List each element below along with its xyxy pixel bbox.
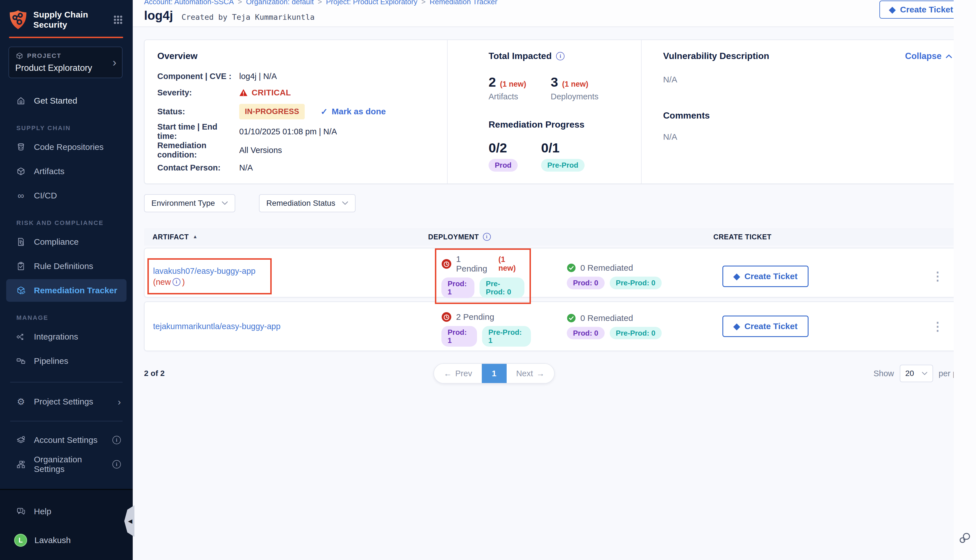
prod-pill: Prod: [489, 159, 518, 172]
preprod-progress-stat: 0/1 Pre-Prod: [541, 140, 594, 172]
sidebar-item-integrations[interactable]: Integrations: [6, 325, 127, 348]
create-ticket-button[interactable]: ◆ Create Ticket: [722, 266, 809, 287]
breadcrumb-project[interactable]: Project: Product Exploratory: [326, 0, 417, 6]
action-cell: ◆ Create Ticket ⋮: [714, 302, 970, 350]
prod-pill: Prod: 1: [441, 326, 477, 347]
sidebar-item-label: Code Repositories: [34, 142, 103, 152]
prev-page-button[interactable]: ← Prev: [434, 364, 482, 383]
annotation-box-pending: 1 Pending (1 new) Prod: 1 Pre-Prod: 0: [435, 248, 531, 304]
page-summary: 2 of 2: [144, 369, 169, 378]
right-gutter: [954, 0, 976, 560]
sidebar-item-pipelines[interactable]: Pipelines: [6, 350, 127, 372]
sidebar-item-help[interactable]: ? Help: [6, 500, 127, 523]
pending-icon: [441, 259, 452, 269]
remediation-status-filter[interactable]: Remediation Status: [259, 194, 355, 212]
artifact-link[interactable]: tejakummarikuntla/easy-buggy-app: [153, 321, 280, 332]
chat-support-icon[interactable]: [958, 531, 971, 544]
project-name: Product Exploratory: [15, 63, 116, 73]
integrations-icon: [16, 332, 26, 342]
sidebar-item-account-settings[interactable]: Account Settings i: [6, 429, 127, 451]
help-chat-icon: ?: [16, 507, 26, 517]
main-content: Account: Automation-SSCA > Organization:…: [133, 0, 976, 560]
sidebar-item-compliance[interactable]: Compliance: [6, 231, 127, 253]
page-size-select[interactable]: 20: [900, 365, 933, 382]
sidebar-item-rule-definitions[interactable]: Rule Definitions: [6, 255, 127, 277]
component-row: Component | CVE : log4j | N/A: [157, 68, 447, 84]
annotation-box-artifact: lavakush07/easy-buggy-app (new i ): [147, 258, 272, 294]
info-icon[interactable]: i: [556, 52, 564, 60]
section-label-manage: MANAGE: [17, 314, 127, 322]
sidebar-item-code-repositories[interactable]: Code Repositories: [6, 136, 127, 158]
chevron-down-icon: [342, 201, 348, 205]
chevron-down-icon: [222, 201, 228, 205]
infinity-icon: ∞: [16, 190, 26, 201]
impacted-artifacts-stat: 2 (1 new) Artifacts: [489, 74, 551, 101]
app-switcher-icon[interactable]: [112, 13, 124, 26]
project-selector[interactable]: PROJECT Product Exploratory ›: [8, 47, 123, 78]
sidebar-item-artifacts[interactable]: Artifacts: [6, 160, 127, 183]
sidebar-item-label: Remediation Tracker: [34, 286, 117, 295]
impacted-deployments-stat: 3 (1 new) Deployments: [551, 74, 613, 101]
code-repo-icon: [16, 142, 26, 152]
overview-column: Overview Component | CVE : log4j | N/A S…: [145, 40, 447, 183]
breadcrumb-account[interactable]: Account: Automation-SSCA: [144, 0, 234, 6]
nav-divider: [10, 421, 123, 422]
environment-type-filter[interactable]: Environment Type: [144, 194, 235, 212]
create-ticket-button[interactable]: ◆ Create Ticket: [722, 315, 809, 337]
sidebar-item-cicd[interactable]: ∞ CI/CD: [6, 184, 127, 207]
user-name: Lavakush: [35, 535, 71, 545]
prod-pill: Prod: 0: [567, 327, 605, 340]
remediation-box-icon: [16, 285, 26, 295]
collapse-link[interactable]: Collapse: [905, 51, 952, 61]
create-ticket-button[interactable]: ◆ Create Ticket: [879, 0, 963, 18]
user-menu[interactable]: L Lavakush: [6, 529, 127, 552]
kebab-menu-icon[interactable]: ⋮: [932, 269, 944, 283]
sidebar-item-organization-settings[interactable]: Organization Settings i: [6, 453, 127, 476]
prod-progress-stat: 0/2 Prod: [489, 140, 541, 172]
home-icon: [16, 96, 26, 106]
mark-as-done-link[interactable]: ✓ Mark as done: [320, 107, 386, 117]
overview-card: Overview Component | CVE : log4j | N/A S…: [144, 40, 970, 184]
page-number-active[interactable]: 1: [482, 364, 507, 383]
sidebar-item-project-settings[interactable]: ⚙ Project Settings ›: [6, 390, 127, 413]
artifact-link[interactable]: lavakush07/easy-buggy-app: [153, 265, 264, 277]
section-label-risk: RISK AND COMPLIANCE: [17, 219, 127, 227]
jira-diamond-icon: ◆: [889, 5, 896, 14]
next-page-button[interactable]: Next →: [507, 364, 554, 383]
status-row: Status: IN-PROGRESS ✓ Mark as done: [157, 101, 447, 122]
breadcrumb-organization[interactable]: Organization: default: [246, 0, 314, 6]
app-title: Supply Chain Security: [33, 10, 88, 30]
info-icon[interactable]: i: [483, 233, 491, 241]
breadcrumb-remediation-tracker[interactable]: Remediation Tracker: [430, 0, 497, 6]
remediated-group: 0 Remediated Prod: 0 Pre-Prod: 0: [567, 313, 662, 340]
sidebar-item-label: Pipelines: [34, 356, 68, 366]
avatar: L: [14, 534, 27, 547]
severity-value: CRITICAL: [252, 88, 291, 97]
sidebar-item-remediation-tracker[interactable]: Remediation Tracker: [6, 279, 127, 302]
shield-logo-icon: [9, 10, 27, 30]
sidebar-item-get-started[interactable]: Get Started: [6, 90, 127, 112]
column-deployment: DEPLOYMENT i: [428, 233, 713, 241]
pending-count: 1 Pending: [456, 254, 494, 273]
deployment-cell: 1 Pending (1 new) Prod: 1 Pre-Prod: 0: [429, 248, 714, 304]
pending-count: 2 Pending: [456, 312, 494, 322]
sidebar-item-label: Get Started: [34, 96, 77, 105]
kebab-menu-icon[interactable]: ⋮: [932, 320, 944, 333]
info-icon[interactable]: i: [112, 436, 121, 444]
sidebar: Supply Chain Security PROJECT Product Ex…: [0, 0, 133, 560]
brand-divider: [9, 37, 123, 38]
pending-icon: [441, 312, 452, 322]
info-icon[interactable]: i: [112, 460, 121, 468]
sidebar-item-label: Compliance: [34, 237, 78, 247]
pagination-row: 2 of 2 ← Prev 1 Next → Show 20 per page: [144, 362, 971, 385]
sort-ascending-icon[interactable]: ▲: [193, 234, 197, 240]
remediated-group: 0 Remediated Prod: 0 Pre-Prod: 0: [567, 263, 662, 289]
remediated-count: 0 Remediated: [581, 263, 633, 273]
table-row: tejakummarikuntla/easy-buggy-app 2 Pendi…: [144, 302, 971, 351]
info-icon[interactable]: i: [173, 278, 180, 286]
sidebar-item-label: Integrations: [34, 332, 78, 342]
contact-row: Contact Person: N/A: [157, 160, 447, 176]
artifact-cell: lavakush07/easy-buggy-app (new i ): [145, 248, 429, 304]
remediated-check-icon: [567, 313, 576, 323]
artifact-cell: tejakummarikuntla/easy-buggy-app: [145, 302, 429, 350]
